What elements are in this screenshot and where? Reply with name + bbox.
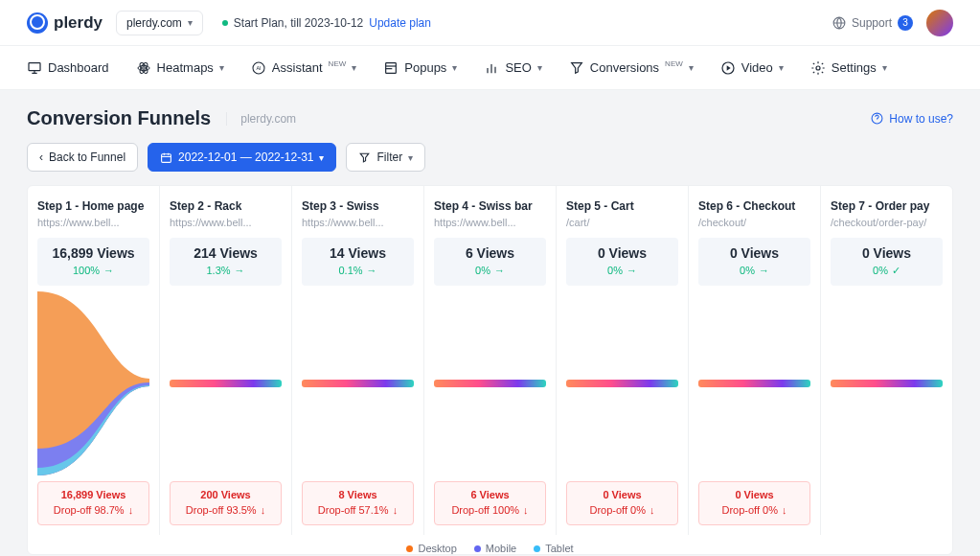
views-pct: 1.3% → [206,265,244,276]
views-box: 0 Views 0% → [566,238,678,286]
page-site: plerdy.com [226,112,296,126]
dropoff-box: 200 Views Drop-off 93.5% ↓ [170,481,282,525]
how-to-use-link[interactable]: How to use? [871,112,953,126]
funnel-step: Step 7 - Order pay /checkout/order-pay/ … [821,186,952,535]
nav-popups[interactable]: Popups▾ [383,60,457,76]
dropoff-pct: Drop-off 100% ↓ [451,504,528,516]
arrow-right-icon: → [235,265,245,276]
support-count-badge: 3 [898,15,913,31]
page-content: Conversion Funnels plerdy.com How to use… [0,90,980,555]
date-range-button[interactable]: 2022-12-01 — 2022-12-31 ▾ [148,143,336,172]
filter-button[interactable]: Filter ▾ [346,143,425,172]
back-to-funnel-button[interactable]: ‹ Back to Funnel [27,143,138,172]
views-box: 214 Views 1.3% → [170,238,282,286]
site-selector-label: plerdy.com [126,16,182,30]
views-count: 0 Views [572,245,672,261]
dropoff-views: 8 Views [308,489,407,500]
views-pct: 0% ✓ [873,265,900,277]
gear-icon [810,60,826,76]
layout-icon [383,60,399,76]
step-url: https://www.bell... [37,217,149,228]
step-url: https://www.bell... [302,217,414,228]
svg-rect-8 [386,62,397,73]
arrow-down-icon: ↓ [393,504,399,516]
chevron-down-icon: ▾ [779,62,784,73]
step-title: Step 4 - Swiss bar [434,199,546,213]
page-title: Conversion Funnels [27,107,211,129]
support-label: Support [852,16,892,30]
nav-assistant[interactable]: AI AssistantNEW▾ [251,60,356,76]
chevron-down-icon: ▾ [319,152,324,163]
svg-rect-17 [162,153,171,162]
legend-tablet: Tablet [534,543,573,554]
plan-info: Start Plan, till 2023-10-12 Update plan [222,16,431,30]
monitor-icon [27,60,42,76]
views-box: 6 Views 0% → [434,238,546,286]
step-title: Step 7 - Order pay [831,199,943,213]
dropoff-views: 200 Views [176,489,275,500]
dropoff-box: 6 Views Drop-off 100% ↓ [434,481,546,525]
globe-icon [832,16,846,30]
funnel-step: Step 5 - Cart /cart/ 0 Views 0% → 0 View… [557,186,689,535]
chevron-down-icon: ▾ [219,62,224,73]
step-title: Step 5 - Cart [566,199,678,213]
arrow-right-icon: → [494,265,505,276]
step-title: Step 6 - Checkout [698,199,810,213]
logo-icon [27,12,48,34]
chevron-down-icon: ▾ [452,62,457,73]
funnel-viz [170,291,282,475]
nav-video[interactable]: Video▾ [720,60,784,76]
dropoff-box: 0 Views Drop-off 0% ↓ [566,481,678,525]
nav-conversions[interactable]: ConversionsNEW▾ [569,60,694,76]
svg-point-2 [142,66,145,69]
views-count: 214 Views [175,245,276,261]
arrow-down-icon: ↓ [650,504,655,516]
arrow-right-icon: → [627,265,637,276]
step-url: /cart/ [566,217,678,228]
avatar[interactable] [926,10,953,36]
dropoff-views: 0 Views [705,489,804,500]
views-box: 0 Views 0% ✓ [831,238,943,286]
nav-dashboard[interactable]: Dashboard [27,60,109,76]
dropoff-pct: Drop-off 0% ↓ [722,504,787,516]
funnel-viz [566,291,678,475]
chart-icon [484,60,499,76]
funnel-step: Step 3 - Swiss https://www.bell... 14 Vi… [292,186,424,535]
funnel-step: Step 2 - Rack https://www.bell... 214 Vi… [160,186,292,535]
funnel-card: Step 1 - Home page https://www.bell... 1… [27,185,953,555]
nav-seo[interactable]: SEO▾ [484,60,541,76]
funnel-viz [831,291,943,475]
nav-heatmaps[interactable]: Heatmaps▾ [136,60,224,76]
dropoff-box: 16,899 Views Drop-off 98.7% ↓ [37,481,149,525]
chevron-down-icon: ▾ [188,17,193,28]
arrow-down-icon: ↓ [782,504,787,516]
step-title: Step 2 - Rack [170,199,282,213]
funnel-step: Step 6 - Checkout /checkout/ 0 Views 0% … [689,186,821,535]
support-button[interactable]: Support 3 [832,15,913,31]
logo[interactable]: plerdy [27,12,103,34]
svg-text:AI: AI [256,65,261,71]
arrow-right-icon: → [103,265,114,276]
plan-text: Start Plan, till 2023-10-12 [234,16,363,30]
chevron-down-icon: ▾ [352,62,356,73]
chevron-left-icon: ‹ [39,151,43,164]
update-plan-link[interactable]: Update plan [369,16,431,30]
step-title: Step 3 - Swiss [302,199,414,213]
site-selector[interactable]: plerdy.com ▾ [116,11,203,35]
legend-mobile: Mobile [474,543,516,554]
funnel-viz [37,291,149,475]
ai-icon: AI [251,60,266,76]
chevron-down-icon: ▾ [408,152,413,163]
arrow-down-icon: ↓ [261,504,266,516]
svg-rect-1 [29,62,40,70]
step-url: /checkout/ [698,217,810,228]
nav-settings[interactable]: Settings▾ [810,60,887,76]
arrow-right-icon: → [759,265,769,276]
navbar: Dashboard Heatmaps▾ AI AssistantNEW▾ Pop… [0,46,980,90]
views-box: 14 Views 0.1% → [302,238,414,286]
dropoff-pct: Drop-off 93.5% ↓ [186,504,265,516]
arrow-right-icon: → [367,265,377,276]
legend: Desktop Mobile Tablet [28,535,952,554]
dropoff-pct: Drop-off 57.1% ↓ [318,504,398,516]
step-title: Step 1 - Home page [37,199,149,213]
